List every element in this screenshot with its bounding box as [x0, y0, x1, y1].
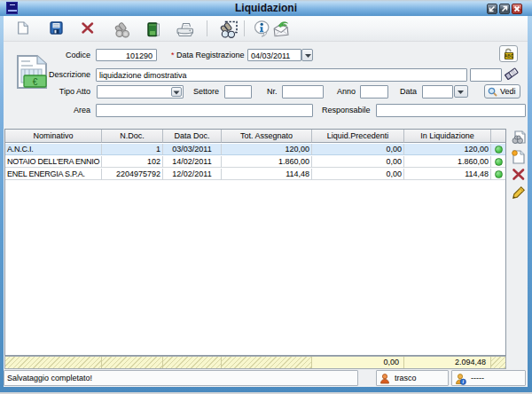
svg-text:€: €	[33, 77, 38, 87]
svg-text:ABC: ABC	[505, 54, 514, 59]
